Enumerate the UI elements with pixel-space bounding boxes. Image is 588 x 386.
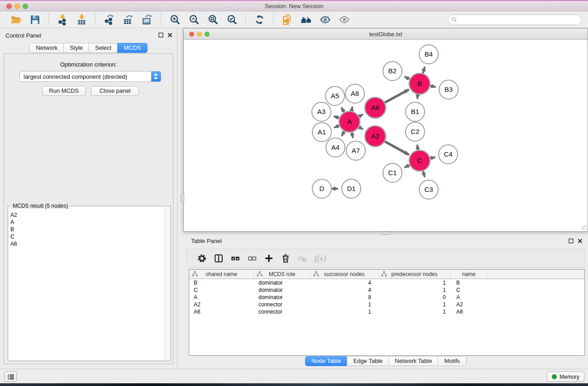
panel-grip-horizontal[interactable] (382, 232, 390, 235)
add-column-icon[interactable] (263, 253, 274, 264)
tab-network-table[interactable]: Network Table (388, 356, 438, 366)
eye-disabled-icon[interactable] (338, 13, 350, 26)
table-row[interactable]: Adominator80A (189, 294, 584, 301)
table-cell[interactable]: A2 (189, 301, 254, 308)
mcds-result-item[interactable]: A6 (10, 240, 164, 248)
edge-A-A2[interactable] (359, 127, 363, 129)
gear-icon[interactable] (196, 253, 207, 264)
float-panel-icon[interactable] (158, 33, 163, 38)
network-window-titlebar[interactable]: testGlobe.txt (184, 29, 588, 40)
tab-node-table[interactable]: Node Table (305, 356, 348, 366)
mcds-result-item[interactable]: A2 (10, 211, 164, 219)
table-cell[interactable]: 1 (378, 308, 451, 315)
float-panel-icon[interactable] (569, 238, 574, 243)
zoom-selected-icon[interactable] (225, 13, 238, 26)
tab-select[interactable]: Select (89, 43, 118, 53)
table-cell[interactable]: dominator (254, 279, 311, 286)
edge-A-A1[interactable] (334, 126, 339, 128)
edge-A-A3[interactable] (334, 116, 339, 118)
table-cell[interactable]: B (189, 279, 254, 286)
zoom-out-icon[interactable] (187, 13, 200, 26)
run-mcds-button[interactable]: Run MCDS (42, 86, 86, 96)
table-cell[interactable]: 1 (378, 301, 451, 308)
table-cell[interactable]: connector (254, 301, 311, 308)
edge-C-C3[interactable] (423, 171, 425, 177)
edge-C-C1[interactable] (404, 165, 410, 167)
table-cell[interactable]: A (451, 294, 487, 301)
table-cell[interactable]: 4 (311, 279, 378, 286)
export-network-icon[interactable] (103, 13, 115, 26)
edge-A-A4[interactable] (342, 131, 344, 136)
criterion-dropdown[interactable]: largest connected component (directed) (19, 71, 161, 82)
table-row[interactable]: A2connector11A2 (189, 301, 584, 308)
edge-B-B1[interactable] (417, 95, 418, 99)
edge-A6-B[interactable] (385, 90, 409, 103)
tab-mcds[interactable]: MCDS (117, 43, 147, 53)
show-panels-button[interactable] (5, 372, 17, 382)
table-cell[interactable]: C (451, 286, 487, 294)
show-hide-graphics-icon[interactable] (319, 13, 331, 26)
tab-edge-table[interactable]: Edge Table (347, 356, 389, 366)
table-cell[interactable]: 1 (378, 286, 451, 294)
column-header-predecessor-nodes[interactable]: predecessor nodes (378, 270, 451, 278)
edge-A-A8[interactable] (352, 107, 353, 111)
table-cell[interactable]: B (451, 279, 487, 286)
edge-A-A5[interactable] (341, 107, 344, 112)
table-cell[interactable]: C (189, 286, 254, 294)
tab-motifs[interactable]: Motifs (438, 356, 466, 366)
table-cell[interactable]: connector (254, 308, 311, 315)
zoom-fit-icon[interactable] (206, 13, 219, 26)
table-cell[interactable]: 1 (311, 308, 378, 315)
column-header-name[interactable]: name (451, 270, 487, 278)
network-canvas[interactable]: B4B2BB3A5A8A6A3B1AA1C2A2A4A7C4CC1DD1C3 (184, 40, 588, 231)
table-row[interactable]: Cdominator41C (189, 286, 584, 294)
column-header-successor-nodes[interactable]: successor nodes (311, 270, 378, 278)
zoom-in-icon[interactable] (168, 13, 181, 26)
close-panel-button[interactable]: Close panel (91, 86, 139, 96)
edge-C-C4[interactable] (430, 157, 435, 158)
column-header-shared-name[interactable]: shared name (189, 270, 254, 278)
delete-column-icon[interactable] (297, 253, 308, 264)
table-cell[interactable]: 8 (311, 294, 378, 301)
edge-B-B3[interactable] (430, 86, 436, 87)
panel-grip-vertical[interactable] (181, 194, 184, 202)
open-file-icon[interactable] (10, 13, 22, 26)
delete-row-icon[interactable] (280, 253, 291, 264)
table-row[interactable]: A6connector11A6 (189, 308, 584, 315)
close-panel-icon[interactable] (578, 238, 583, 243)
close-panel-icon[interactable] (167, 33, 172, 38)
table-cell[interactable]: A (189, 294, 254, 301)
result-scrollbar[interactable] (164, 207, 170, 360)
open-session-home-icon[interactable] (300, 13, 312, 26)
unselect-all-columns-icon[interactable] (247, 253, 258, 264)
search-input[interactable] (457, 15, 581, 24)
mcds-result-item[interactable]: A (10, 219, 164, 226)
table-cell[interactable]: A6 (189, 308, 254, 315)
memory-button[interactable]: Memory (547, 372, 584, 382)
table-cell[interactable]: 0 (378, 294, 451, 301)
table-cell[interactable]: A6 (451, 308, 487, 315)
table-cell[interactable]: A2 (451, 301, 487, 308)
mcds-result-item[interactable]: C (10, 233, 164, 240)
table-cell[interactable]: 4 (311, 286, 378, 294)
table-cell[interactable]: 1 (311, 301, 378, 308)
column-header-mcds-role[interactable]: MCDS role (254, 270, 311, 278)
mcds-result-item[interactable]: B (10, 226, 164, 233)
new-session-from-network-icon[interactable] (281, 13, 293, 26)
table-cell[interactable]: 1 (378, 279, 451, 286)
export-table-icon[interactable] (122, 13, 134, 26)
export-image-icon[interactable] (141, 13, 153, 26)
dropdown-stepper-icon[interactable] (151, 71, 161, 81)
table-cell[interactable]: dominator (254, 294, 311, 301)
edge-B-B2[interactable] (404, 76, 410, 79)
edge-A-A7[interactable] (352, 132, 353, 138)
search-field[interactable] (448, 14, 582, 25)
window-resize-grip[interactable] (581, 225, 587, 231)
import-network-icon[interactable] (56, 13, 69, 26)
edge-A-A6[interactable] (359, 114, 363, 117)
edge-A2-C[interactable] (385, 142, 409, 155)
edge-C-C2[interactable] (417, 145, 418, 150)
save-session-icon[interactable] (29, 13, 41, 26)
tab-style[interactable]: Style (63, 43, 89, 53)
refresh-icon[interactable] (253, 13, 266, 26)
